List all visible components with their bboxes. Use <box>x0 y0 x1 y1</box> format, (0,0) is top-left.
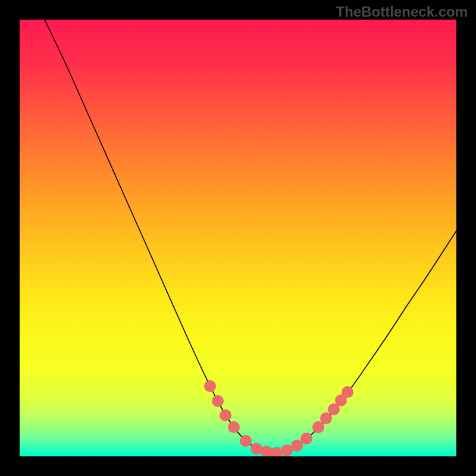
chart-svg <box>20 20 456 456</box>
marker-point <box>291 440 303 452</box>
curve-markers <box>204 380 353 456</box>
marker-point <box>212 395 224 407</box>
marker-point <box>342 386 353 398</box>
marker-point <box>204 380 216 392</box>
marker-point <box>240 435 252 447</box>
marker-point <box>220 409 231 421</box>
plot-area <box>20 20 456 456</box>
marker-point <box>300 433 312 444</box>
marker-point <box>271 447 283 456</box>
watermark-text: TheBottleneck.com <box>336 4 468 20</box>
marker-point <box>281 444 293 456</box>
marker-point <box>228 421 240 433</box>
marker-point <box>261 446 273 456</box>
bottleneck-curve <box>45 20 456 453</box>
marker-point <box>250 443 262 455</box>
